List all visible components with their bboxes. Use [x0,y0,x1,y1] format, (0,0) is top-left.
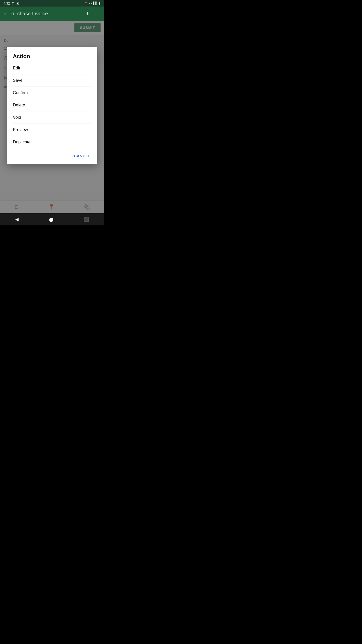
location-status-icon: 📍 [84,2,88,5]
app-bar-title: Purchase Invoice [9,11,82,17]
dialog-item-duplicate[interactable]: Duplicate [13,136,91,148]
nav-bar: ◀ ⬤ ⬛ [0,213,104,225]
sim-icon: ▣ [16,2,19,5]
nav-recent-button[interactable]: ⬛ [84,217,89,222]
dialog-title: Action [13,53,91,60]
back-button[interactable]: ‹ [4,10,6,17]
dialog-item-confirm[interactable]: Confirm [13,87,91,99]
app-bar: ‹ Purchase Invoice + ··· [0,7,104,21]
status-time: 4:32 [4,2,10,5]
dialog-item-edit[interactable]: Edit [13,62,91,74]
dialog-item-preview[interactable]: Preview [13,124,91,136]
dialog-item-save[interactable]: Save [13,74,91,87]
wifi-icon: ▾▾ [89,2,92,5]
dialog-item-delete[interactable]: Delete [13,99,91,111]
add-button[interactable]: + [85,10,89,18]
dialog-actions: CANCEL [13,148,91,160]
nav-back-button[interactable]: ◀ [15,217,19,222]
cancel-button[interactable]: CANCEL [73,152,91,160]
dialog-item-void[interactable]: Void [13,111,91,124]
status-bar: 4:32 ⚙ ▣ 📍 ▾▾ ▌▌ ▮ [0,0,104,7]
signal-icon: ▌▌ [93,2,98,5]
nav-home-button[interactable]: ⬤ [49,217,54,222]
action-dialog: Action Edit Save Confirm Delete Void Pre… [7,47,97,164]
more-button[interactable]: ··· [94,11,100,17]
settings-icon: ⚙ [12,2,15,5]
battery-icon: ▮ [99,2,101,5]
